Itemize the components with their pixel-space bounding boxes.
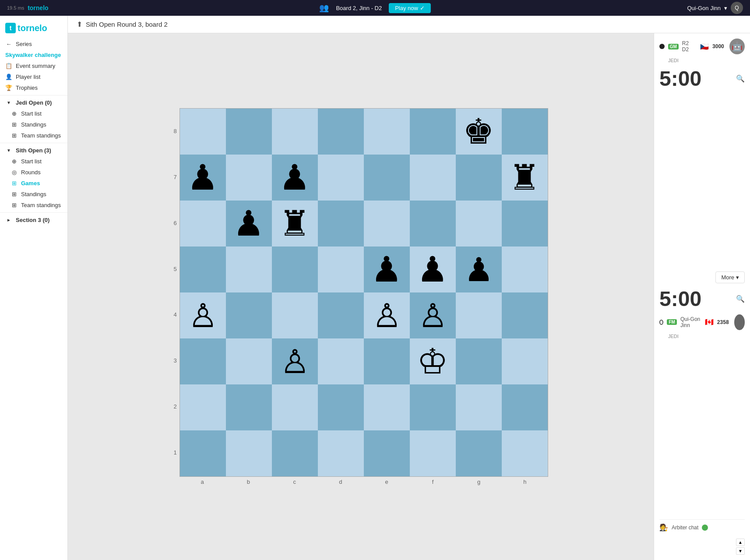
cell-c7[interactable]: ♟ — [272, 155, 318, 201]
cell-g8[interactable]: ♚ — [456, 109, 502, 155]
piece-g5: ♟ — [464, 250, 493, 289]
sidebar-challenge-title[interactable]: Skywalker challenge — [0, 49, 67, 60]
cell-d7[interactable] — [318, 155, 364, 201]
cell-d2[interactable] — [318, 384, 364, 430]
cell-b7[interactable] — [226, 155, 272, 201]
rank-4: 4 — [173, 311, 176, 318]
piece-f3: ♔ — [417, 341, 448, 382]
board-header-title: Sith Open Round 3, board 2 — [86, 21, 168, 28]
cell-d1[interactable] — [318, 430, 364, 476]
cell-g3[interactable] — [456, 338, 502, 384]
cell-h4[interactable] — [502, 292, 548, 338]
cell-c8[interactable] — [272, 109, 318, 155]
cell-g7[interactable] — [456, 155, 502, 201]
chat-label: Arbiter chat — [672, 525, 698, 531]
sidebar-item-trophies[interactable]: 🏆 Trophies — [0, 82, 67, 93]
cell-b3[interactable] — [226, 338, 272, 384]
cell-c4[interactable] — [272, 292, 318, 338]
cell-h5[interactable] — [502, 247, 548, 292]
rank-labels: 8 7 6 5 4 3 2 1 — [173, 108, 179, 485]
cell-h2[interactable] — [502, 384, 548, 430]
cell-e8[interactable] — [364, 109, 410, 155]
cell-a4[interactable]: ♙ — [180, 292, 226, 338]
cell-f6[interactable] — [410, 201, 456, 247]
cell-f5[interactable]: ♟ — [410, 247, 456, 292]
cell-b6[interactable]: ♟ — [226, 201, 272, 247]
sidebar-item-jedi-team-standings[interactable]: ⊞ Team standings — [0, 130, 67, 141]
sidebar-item-games[interactable]: ⊞ Games — [0, 178, 67, 189]
more-button[interactable]: More ▾ — [715, 271, 745, 283]
top-player-badge: GM — [668, 44, 679, 49]
cell-a2[interactable] — [180, 384, 226, 430]
user-menu[interactable]: Qui-Gon Jinn ▾ Q — [687, 2, 743, 14]
cell-d5[interactable] — [318, 247, 364, 292]
sidebar-item-rounds[interactable]: ◎ Rounds — [0, 167, 67, 178]
cell-h6[interactable] — [502, 201, 548, 247]
cell-e3[interactable] — [364, 338, 410, 384]
cell-e1[interactable] — [364, 430, 410, 476]
cell-c1[interactable] — [272, 430, 318, 476]
sidebar-section-sith-open[interactable]: ▼ Sith Open (3) — [0, 145, 67, 156]
cell-a5[interactable] — [180, 247, 226, 292]
cell-h8[interactable] — [502, 109, 548, 155]
sidebar-item-jedi-start-list[interactable]: ⊕ Start list — [0, 108, 67, 119]
cell-a6[interactable] — [180, 201, 226, 247]
file-a: a — [180, 479, 225, 485]
cell-f4[interactable]: ♙ — [410, 292, 456, 338]
cell-h3[interactable] — [502, 338, 548, 384]
cell-c2[interactable] — [272, 384, 318, 430]
scroll-down-button[interactable]: ▼ — [736, 547, 745, 555]
cell-b1[interactable] — [226, 430, 272, 476]
cell-g6[interactable] — [456, 201, 502, 247]
cell-f2[interactable] — [410, 384, 456, 430]
cell-d4[interactable] — [318, 292, 364, 338]
cell-g1[interactable] — [456, 430, 502, 476]
cell-f3[interactable]: ♔ — [410, 338, 456, 384]
user-name: Qui-Gon Jinn — [687, 5, 721, 11]
top-timer: 5:00 — [659, 67, 701, 91]
cell-d3[interactable] — [318, 338, 364, 384]
cell-e6[interactable] — [364, 201, 410, 247]
cell-g2[interactable] — [456, 384, 502, 430]
cell-b2[interactable] — [226, 384, 272, 430]
cell-b8[interactable] — [226, 109, 272, 155]
chat-row[interactable]: 🧑‍⚖️ Arbiter chat — [659, 523, 745, 532]
sidebar-item-sith-team-standings[interactable]: ⊞ Team standings — [0, 200, 67, 211]
white-dot — [659, 320, 663, 325]
sidebar-item-event-summary[interactable]: 📋 Event summary — [0, 60, 67, 71]
cell-c5[interactable] — [272, 247, 318, 292]
cell-b4[interactable] — [226, 292, 272, 338]
cell-e4[interactable]: ♙ — [364, 292, 410, 338]
sidebar-item-sith-standings[interactable]: ⊞ Standings — [0, 189, 67, 200]
cell-a1[interactable] — [180, 430, 226, 476]
cell-b5[interactable] — [226, 247, 272, 292]
top-timer-row: 5:00 🔍 — [659, 67, 745, 91]
cell-d8[interactable] — [318, 109, 364, 155]
cell-a7[interactable]: ♟ — [180, 155, 226, 201]
cell-c6[interactable]: ♜ — [272, 201, 318, 247]
sidebar-section-jedi-open[interactable]: ▼ Jedi Open (0) — [0, 97, 67, 108]
sidebar-item-player-list[interactable]: 👤 Player list — [0, 71, 67, 82]
sidebar-item-jedi-standings[interactable]: ⊞ Standings — [0, 119, 67, 130]
cell-e2[interactable] — [364, 384, 410, 430]
scroll-up-button[interactable]: ▲ — [736, 539, 745, 546]
play-now-button[interactable]: Play now ✓ — [389, 3, 430, 13]
cell-f1[interactable] — [410, 430, 456, 476]
rounds-icon: ◎ — [11, 169, 18, 176]
cell-c3[interactable]: ♙ — [272, 338, 318, 384]
cell-d6[interactable] — [318, 201, 364, 247]
cell-g5[interactable]: ♟ — [456, 247, 502, 292]
cell-a8[interactable] — [180, 109, 226, 155]
cell-f8[interactable] — [410, 109, 456, 155]
cell-h1[interactable] — [502, 430, 548, 476]
cell-e5[interactable]: ♟ — [364, 247, 410, 292]
sidebar-series[interactable]: ← Series — [0, 39, 67, 49]
sidebar-item-sith-start-list[interactable]: ⊕ Start list — [0, 156, 67, 167]
cell-h7[interactable]: ♜ — [502, 155, 548, 201]
cell-a3[interactable] — [180, 338, 226, 384]
cell-g4[interactable] — [456, 292, 502, 338]
sidebar-section-section3[interactable]: ► Section 3 (0) — [0, 215, 67, 225]
cell-e7[interactable] — [364, 155, 410, 201]
chess-board[interactable]: ♚ ♟ ♟ ♜ ♟ — [180, 108, 548, 477]
cell-f7[interactable] — [410, 155, 456, 201]
